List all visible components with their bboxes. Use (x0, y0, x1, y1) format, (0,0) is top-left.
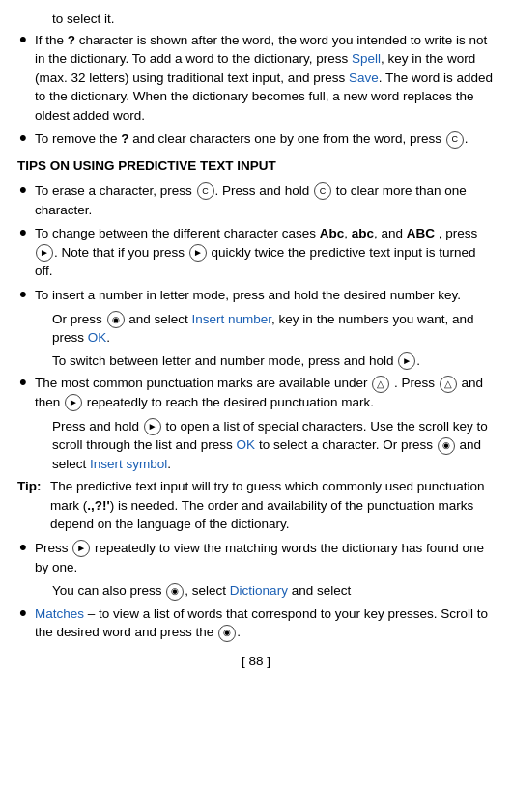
bullet-number-text: To insert a number in letter mode, press… (35, 286, 495, 305)
bullet-question-mark-text: If the ? character is shown after the wo… (35, 31, 495, 126)
bullet-matches-text: Matches – to view a list of words that c… (35, 604, 495, 642)
c-icon-3: C (314, 182, 331, 200)
navi-icon-3: ◉ (166, 583, 184, 601)
question-char-2: ? (121, 131, 128, 146)
tip-block: Tip: The predictive text input will try … (17, 477, 495, 534)
c-icon-1: C (446, 131, 464, 149)
up-icon-1: △ (372, 376, 389, 393)
question-mark-char: ? (68, 33, 75, 47)
bullet-dot-6: • (17, 372, 35, 393)
arrow-icon-4: ► (65, 394, 82, 411)
bullet-case: • To change between the different charac… (17, 224, 495, 281)
section-header-tips: TIPS ON USING PREDICTIVE TEXT INPUT (17, 156, 495, 176)
bullet-number: • To insert a number in letter mode, pre… (17, 286, 495, 305)
arrow-icon-1: ► (36, 244, 53, 262)
bullet-punctuation-text: The most common punctuation marks are av… (35, 374, 495, 411)
insert-number-link: Insert number (192, 312, 272, 326)
bullet-remove-text: To remove the ? and clear characters one… (35, 129, 495, 149)
bullet-press-sub1: You can also press ◉, select Dictionary … (17, 581, 495, 601)
spell-link: Spell (352, 51, 381, 66)
bullet-punctuation-sub1: Press and hold ► to open a list of speci… (17, 417, 495, 474)
arrow-icon-2: ► (189, 244, 207, 262)
page-number: [ 88 ] (17, 652, 495, 671)
insert-symbol-link: Insert symbol (90, 457, 167, 471)
page-content: to select it. • If the ? character is sh… (17, 10, 495, 670)
bullet-dot-7: • (17, 537, 35, 558)
matches-link: Matches (35, 606, 84, 621)
bullet-erase-text: To erase a character, press C. Press and… (35, 182, 495, 219)
ok-link-2: OK (237, 437, 256, 452)
bullet-erase: • To erase a character, press C. Press a… (17, 182, 495, 219)
navi-icon-2: ◉ (438, 437, 455, 455)
bullet-dot-4: • (17, 222, 35, 243)
bullet-dot: • (17, 29, 35, 50)
tip-text: The predictive text input will try to gu… (50, 477, 495, 534)
ABC-all: ABC (407, 226, 435, 240)
c-icon-2: C (197, 182, 214, 200)
arrow-icon-6: ► (72, 540, 90, 557)
arrow-icon-5: ► (144, 418, 161, 435)
arrow-icon-3: ► (398, 352, 415, 370)
bullet-case-text: To change between the different characte… (35, 224, 495, 281)
bullet-press-repeatedly: • Press ► repeatedly to view the matchin… (17, 539, 495, 576)
bullet-question-mark: • If the ? character is shown after the … (17, 31, 495, 126)
tip-label: Tip: (17, 477, 48, 496)
ok-link-1: OK (88, 330, 107, 345)
bullet-dot-8: • (17, 602, 35, 624)
bullet-dot-2: • (17, 127, 35, 149)
dictionary-link: Dictionary (230, 583, 288, 598)
top-indent-line: to select it. (17, 10, 495, 29)
bullet-dot-3: • (17, 180, 35, 201)
save-link: Save (349, 70, 379, 85)
bullet-number-sub2: To switch between letter and number mode… (17, 351, 495, 371)
bullet-matches: • Matches – to view a list of words that… (17, 604, 495, 642)
bullet-number-sub1: Or press ◉ and select Insert number, key… (17, 310, 495, 348)
abc-lower: abc (352, 226, 374, 240)
bullet-punctuation: • The most common punctuation marks are … (17, 374, 495, 411)
navi-icon-4: ◉ (218, 625, 236, 642)
abc-upper: Abc (320, 226, 345, 240)
top-indent-text: to select it. (52, 12, 115, 26)
bullet-dot-5: • (17, 284, 35, 305)
punctuation-marks: .,?!' (87, 498, 109, 513)
bullet-remove-question: • To remove the ? and clear characters o… (17, 129, 495, 149)
bullet-press-text: Press ► repeatedly to view the matching … (35, 539, 495, 576)
navi-icon-1: ◉ (107, 311, 125, 328)
up-icon-2: △ (440, 376, 457, 393)
